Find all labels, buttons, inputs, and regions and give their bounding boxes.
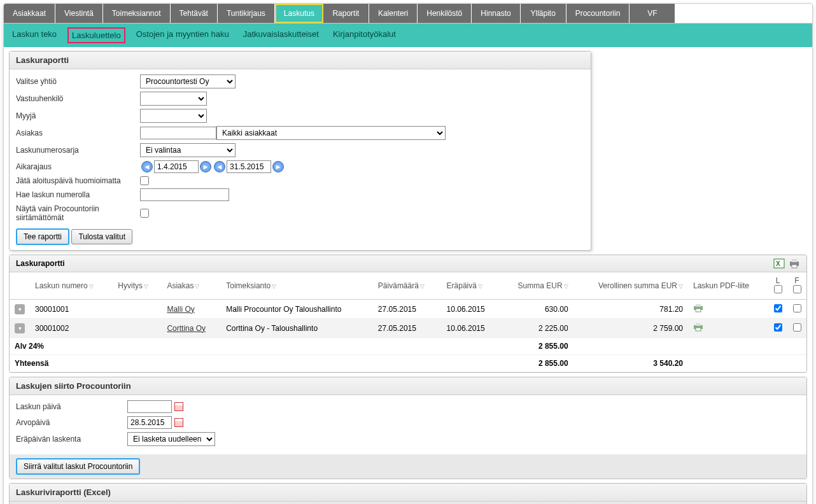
col-date[interactable]: Päivämäärä▽ xyxy=(373,272,442,300)
print-icon[interactable] xyxy=(789,258,800,269)
select-series[interactable]: Ei valintaa xyxy=(140,143,236,157)
label-search-num: Hae laskun numerolla xyxy=(16,190,140,199)
select-customer[interactable]: Kaikki asiakkaat xyxy=(216,126,446,140)
svg-rect-7 xyxy=(696,309,701,312)
col-sum-tax[interactable]: Verollinen summa EUR▽ xyxy=(573,272,688,300)
transfer-panel: Laskujen siirto Procountoriin Laskun päi… xyxy=(9,377,807,479)
tab-henkilosto[interactable]: Henkilöstö xyxy=(418,4,472,23)
svg-rect-9 xyxy=(696,323,701,326)
cell-date: 27.05.2015 xyxy=(373,319,442,338)
tab-laskutus[interactable]: Laskutus xyxy=(275,4,323,23)
subtab-jatkuvaislaskutteiset[interactable]: Jatkuvaislaskutteiset xyxy=(240,27,322,43)
transfer-button[interactable]: Siirrä valitut laskut Procountoriin xyxy=(16,458,140,475)
excel-panel: Laskuriviraportti (Excel) Luo Excel-tied… xyxy=(9,483,807,504)
print-selected-button[interactable]: Tulosta valitut xyxy=(71,229,132,244)
col-assignment[interactable]: Toimeksianto▽ xyxy=(221,272,373,300)
col-sum[interactable]: Summa EUR▽ xyxy=(500,272,573,300)
cell-sum: 2 225.00 xyxy=(500,319,573,338)
tab-toimeksiannot[interactable]: Toimeksiannot xyxy=(103,4,171,23)
label-only-untransferred: Näytä vain Procountoriin siirtämättömät xyxy=(16,204,140,222)
date-to-next-icon[interactable]: ► xyxy=(272,161,284,172)
report-panel: Laskuraportti X Laskun numero▽ Hyvitys▽ … xyxy=(9,255,807,373)
cell-invoice-no: 30001001 xyxy=(30,300,113,319)
subtab-laskun-teko[interactable]: Laskun teko xyxy=(9,27,60,43)
select-due-calc[interactable]: Ei lasketa uudelleen xyxy=(127,432,215,446)
label-responsible: Vastuuhenkilö xyxy=(16,94,140,103)
col-due[interactable]: Eräpäivä▽ xyxy=(442,272,500,300)
input-invoice-date[interactable] xyxy=(127,400,172,413)
date-to-prev-icon[interactable]: ◄ xyxy=(214,161,225,172)
customer-link[interactable]: Malli Oy xyxy=(167,305,194,314)
checkbox-f-all[interactable] xyxy=(793,285,801,293)
input-customer-search[interactable] xyxy=(140,127,216,139)
label-ignore-start: Jätä aloituspäivä huomioimatta xyxy=(16,176,140,185)
label-value-date: Arvopäivä xyxy=(16,418,127,427)
select-responsible[interactable] xyxy=(140,92,207,106)
label-daterange: Aikarajaus xyxy=(16,162,140,171)
report-table: Laskun numero▽ Hyvitys▽ Asiakas▽ Toimeks… xyxy=(10,272,806,372)
svg-text:X: X xyxy=(776,260,780,267)
label-customer: Asiakas xyxy=(16,129,140,137)
tab-kalenteri[interactable]: Kalenteri xyxy=(369,4,418,23)
checkbox-ignore-start[interactable] xyxy=(140,176,149,185)
label-company: Valitse yhtiö xyxy=(16,77,140,86)
transfer-title: Laskujen siirto Procountoriin xyxy=(10,377,806,395)
printer-icon[interactable] xyxy=(693,325,703,333)
date-from-prev-icon[interactable]: ◄ xyxy=(141,161,153,172)
label-due-calc: Eräpäivän laskenta xyxy=(16,435,127,444)
svg-rect-6 xyxy=(696,304,701,307)
filter-panel: Laskuraportti Valitse yhtiö Procountorte… xyxy=(9,51,591,251)
tab-tehtavat[interactable]: Tehtävät xyxy=(171,4,218,23)
tab-hinnasto[interactable]: Hinnasto xyxy=(472,4,520,23)
checkbox-f-row[interactable] xyxy=(793,323,801,332)
report-title: Laskuraportti xyxy=(16,259,65,268)
subtab-kirjanpitotyokalut[interactable]: Kirjanpitotyökalut xyxy=(330,27,399,43)
cell-date: 27.05.2015 xyxy=(373,300,442,319)
tab-raportit[interactable]: Raportit xyxy=(323,4,369,23)
calendar-icon[interactable] xyxy=(174,418,183,427)
input-search-num[interactable] xyxy=(140,188,229,201)
col-pdf: Laskun PDF-liite xyxy=(688,272,768,300)
col-customer[interactable]: Asiakas▽ xyxy=(162,272,221,300)
cell-assignment: Corttina Oy - Taloushallinto xyxy=(221,319,373,338)
checkbox-l-all[interactable] xyxy=(774,285,782,293)
run-report-button[interactable]: Tee raportti xyxy=(16,228,69,245)
tab-procountoriin[interactable]: Procountoriin xyxy=(566,4,630,23)
date-from-next-icon[interactable]: ► xyxy=(200,161,211,172)
printer-icon[interactable] xyxy=(693,305,703,314)
expand-row-icon[interactable]: ▾ xyxy=(15,304,25,314)
checkbox-f-row[interactable] xyxy=(793,304,801,312)
svg-rect-10 xyxy=(696,328,701,331)
vat-row: Alv 24% 2 855.00 xyxy=(10,338,806,355)
sub-tab-bar: Laskun teko Laskuluettelo Ostojen ja myy… xyxy=(4,24,812,47)
subtab-laskuluettelo[interactable]: Laskuluettelo xyxy=(67,27,125,43)
tab-vf[interactable]: VF xyxy=(630,4,675,23)
select-seller[interactable] xyxy=(140,109,207,123)
svg-rect-3 xyxy=(792,259,797,262)
tab-viestinta[interactable]: Viestintä xyxy=(55,4,103,23)
export-excel-icon[interactable]: X xyxy=(773,258,785,269)
tab-asiakkaat[interactable]: Asiakkaat xyxy=(4,4,55,23)
checkbox-l-row[interactable] xyxy=(774,304,782,312)
input-date-to[interactable] xyxy=(227,160,271,173)
input-date-from[interactable] xyxy=(154,160,199,173)
select-company[interactable]: Procountortesti Oy xyxy=(140,74,236,88)
expand-row-icon[interactable]: ▾ xyxy=(15,323,25,333)
tab-yllapito[interactable]: Ylläpito xyxy=(521,4,566,23)
input-value-date[interactable] xyxy=(127,416,172,429)
cell-due: 10.06.2015 xyxy=(442,300,500,319)
calendar-icon[interactable] xyxy=(174,402,183,411)
subtab-ostot-myynnit[interactable]: Ostojen ja myyntien haku xyxy=(133,27,232,43)
customer-link[interactable]: Corttina Oy xyxy=(167,324,206,333)
cell-invoice-no: 30001002 xyxy=(30,319,113,338)
checkbox-only-untransferred[interactable] xyxy=(140,209,149,218)
col-f: F xyxy=(787,272,806,300)
filter-panel-title: Laskuraportti xyxy=(10,52,591,69)
col-invoice-no[interactable]: Laskun numero▽ xyxy=(30,272,113,300)
cell-due: 10.06.2015 xyxy=(442,319,500,338)
table-row: ▾ 30001002 Corttina Oy Corttina Oy - Tal… xyxy=(10,319,806,338)
cell-sum-tax: 781.20 xyxy=(573,300,688,319)
checkbox-l-row[interactable] xyxy=(774,323,782,332)
tab-tuntikirjaus[interactable]: Tuntikirjaus xyxy=(218,4,275,23)
col-credit[interactable]: Hyvitys▽ xyxy=(113,272,162,300)
